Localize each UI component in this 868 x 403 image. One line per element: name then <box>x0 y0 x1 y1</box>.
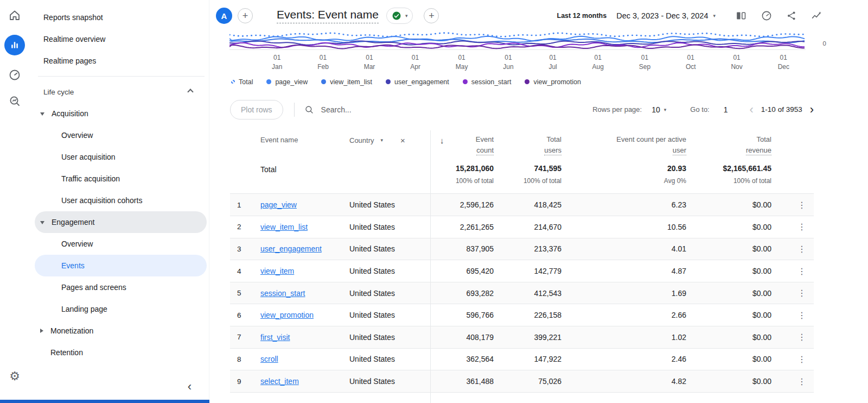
sidebar-item-life-cycle[interactable]: Life cycle <box>35 81 207 103</box>
report-header: A + Events: Event name ▾ + Last 12 month… <box>209 0 868 32</box>
totals-value: 15,281,060 <box>456 164 494 173</box>
col-header-event-count-per-active-user[interactable]: Event count per activeuser <box>566 136 691 156</box>
metric-header-text: Totalrevenue <box>746 136 771 156</box>
sidebar-item-engagement[interactable]: Engagement <box>35 211 207 233</box>
sidebar-item-user-acquisition[interactable]: User acquisition <box>35 146 207 168</box>
report-nav-sidebar: Reports snapshotRealtime overviewRealtim… <box>29 0 209 403</box>
col-header-country[interactable]: Country▾× <box>343 136 430 145</box>
insights-icon[interactable] <box>810 10 822 22</box>
explore-icon[interactable] <box>8 68 21 81</box>
bar-chart-icon <box>9 40 20 51</box>
metric-cell: 418,425 <box>498 200 566 209</box>
country-cell: United States <box>343 355 430 363</box>
tick-month: Jun <box>503 62 513 72</box>
report-status-pill[interactable]: ▾ <box>386 8 413 24</box>
sidebar-item-events[interactable]: Events <box>35 255 207 276</box>
tick-month: Jan <box>272 62 282 72</box>
comparison-icon[interactable] <box>735 10 747 22</box>
tick-month: Apr <box>410 62 420 72</box>
add-comparison-button[interactable]: + <box>424 8 439 23</box>
metric-header-line2: revenue <box>746 147 771 156</box>
col-header-event-name[interactable]: Event name <box>254 136 343 144</box>
event-name-link[interactable]: select_item <box>254 377 343 386</box>
table-search[interactable] <box>304 105 412 115</box>
previous-page-button[interactable]: ‹ <box>750 104 754 116</box>
event-name-link[interactable]: first_visit <box>254 333 343 342</box>
sidebar-item-acquisition[interactable]: Acquisition <box>35 103 207 124</box>
rows-per-page-select[interactable]: 10 <box>652 105 660 114</box>
sidebar-item-reports-snapshot[interactable]: Reports snapshot <box>35 7 207 28</box>
col-header-total-users[interactable]: Totalusers <box>498 136 566 156</box>
x-axis-tick: 01Dec <box>778 53 789 72</box>
page-title[interactable]: Events: Event name <box>277 8 379 23</box>
chevron-up-icon[interactable] <box>187 89 193 95</box>
legend-marker <box>231 80 235 84</box>
share-icon[interactable] <box>786 10 797 21</box>
ga4-events-report: ⚙ Reports snapshotRealtime overviewRealt… <box>0 0 868 403</box>
sidebar-item-user-acquisition-cohorts[interactable]: User acquisition cohorts <box>35 190 207 211</box>
row-overflow-menu[interactable]: ⋮ <box>776 222 814 232</box>
sidebar-item-pages-and-screens[interactable]: Pages and screens <box>35 276 207 298</box>
add-report-button[interactable]: + <box>238 8 253 23</box>
metric-cell: 412,543 <box>498 289 566 298</box>
x-axis-tick: 01Oct <box>686 53 696 72</box>
legend-item-user-engagement[interactable]: user_engagement <box>386 78 449 86</box>
event-name-link[interactable]: user_engagement <box>254 244 343 253</box>
event-name-link[interactable]: session_start <box>254 289 343 298</box>
sidebar-item-realtime-pages[interactable]: Realtime pages <box>35 50 207 72</box>
sidebar-item-overview[interactable]: Overview <box>35 233 207 255</box>
speed-insights-icon[interactable] <box>761 10 773 22</box>
chart-x-axis: 01Jan01Feb01Mar01Apr01May01Jun01Jul01Aug… <box>229 50 806 72</box>
next-page-button[interactable]: › <box>810 104 814 116</box>
header-actions <box>735 10 822 22</box>
metric-cell: 4.87 <box>566 267 691 275</box>
table-row-view-promotion: 6view_promotionUnited States596,766226,1… <box>230 304 814 326</box>
event-name-link[interactable]: view_item_list <box>254 223 343 231</box>
legend-item-page-view[interactable]: page_view <box>266 78 308 86</box>
sidebar-item-landing-page[interactable]: Landing page <box>35 298 207 320</box>
date-range-picker[interactable]: Dec 3, 2023 - Dec 3, 2024 ▾ <box>613 11 719 21</box>
sidebar-item-realtime-overview[interactable]: Realtime overview <box>35 28 207 50</box>
reports-icon[interactable] <box>4 35 25 55</box>
sidebar-item-retention[interactable]: Retention <box>35 342 207 363</box>
event-name-link[interactable]: scroll <box>254 355 343 363</box>
event-name-link[interactable]: page_view <box>254 200 343 209</box>
sidebar-item-traffic-acquisition[interactable]: Traffic acquisition <box>35 168 207 190</box>
sort-descending-icon[interactable]: ↓ <box>440 136 444 156</box>
avatar[interactable]: A <box>216 8 232 24</box>
go-to-input[interactable]: 1 <box>724 105 728 114</box>
table-row-first-visit: 7first_visitUnited States408,179399,2211… <box>230 326 814 349</box>
legend-item-view-promotion[interactable]: view_promotion <box>525 78 581 86</box>
chevron-down-icon[interactable]: ▾ <box>664 107 667 112</box>
row-index: 9 <box>230 377 254 386</box>
legend-item-session-start[interactable]: session_start <box>463 78 512 86</box>
chevron-down-icon[interactable]: ▾ <box>381 137 384 143</box>
row-overflow-menu[interactable]: ⋮ <box>776 266 814 276</box>
tick-day: 01 <box>595 53 602 62</box>
legend-item-view-item-list[interactable]: view_item_list <box>321 78 372 86</box>
row-overflow-menu[interactable]: ⋮ <box>776 244 814 254</box>
advertising-icon[interactable] <box>8 95 21 108</box>
metric-cell: $0.00 <box>691 289 776 298</box>
home-icon[interactable] <box>8 9 21 22</box>
sidebar-item-overview[interactable]: Overview <box>35 124 207 146</box>
row-overflow-menu[interactable]: ⋮ <box>776 310 814 320</box>
row-overflow-menu[interactable]: ⋮ <box>776 376 814 387</box>
legend-item-total[interactable]: Total <box>231 78 253 86</box>
sidebar-item-monetization[interactable]: Monetization <box>35 320 207 342</box>
collapse-sidebar-button[interactable]: ‹ <box>184 380 195 393</box>
row-overflow-menu[interactable]: ⋮ <box>776 332 814 342</box>
plot-rows-button[interactable]: Plot rows <box>230 100 283 119</box>
col-header-total-revenue[interactable]: Totalrevenue <box>691 136 776 156</box>
x-axis-tick: 01Jan <box>272 53 282 72</box>
remove-dimension-icon[interactable]: × <box>400 136 405 145</box>
metric-cell: 214,670 <box>498 223 566 231</box>
col-header-event-count[interactable]: ↓Eventcount <box>430 136 498 156</box>
row-overflow-menu[interactable]: ⋮ <box>776 288 814 298</box>
row-overflow-menu[interactable]: ⋮ <box>776 200 814 210</box>
event-name-link[interactable]: view_promotion <box>254 311 343 319</box>
admin-gear-icon[interactable]: ⚙ <box>9 370 20 382</box>
event-name-link[interactable]: view_item <box>254 267 343 275</box>
row-overflow-menu[interactable]: ⋮ <box>776 354 814 364</box>
search-input[interactable] <box>320 105 412 115</box>
